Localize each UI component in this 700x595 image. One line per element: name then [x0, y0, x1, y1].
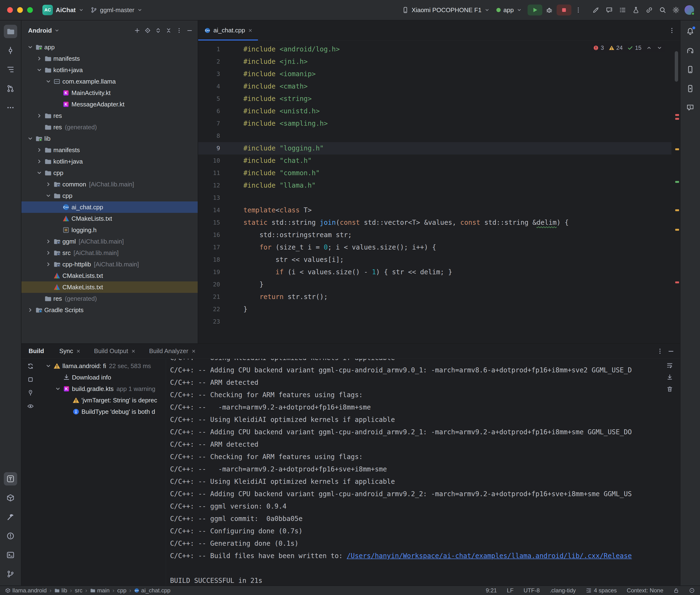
code-line-6[interactable]: 6#include <unistd.h> — [198, 105, 671, 117]
code-line-16[interactable]: 16 std::ostringstream str; — [198, 229, 671, 241]
expand-all-button[interactable] — [153, 26, 163, 35]
code-line-11[interactable]: 11#include "common.h" — [198, 167, 671, 179]
tree-item-logging-h[interactable]: Hlogging.h — [22, 224, 198, 236]
editor-tab-ai-chat-cpp[interactable]: C++ ai_chat.cpp — [198, 21, 258, 40]
device-manager-tool-button[interactable] — [683, 63, 697, 76]
tree-item-lib[interactable]: lib — [22, 133, 198, 144]
tree-item-src[interactable]: src[AiChat.lib.main] — [22, 247, 198, 259]
console-file-link[interactable]: /Users/hanyin/Workspace/ai-chat/examples… — [347, 552, 632, 560]
ai-context[interactable]: Context: None — [627, 587, 663, 594]
tree-item-build-gradle-kts[interactable]: Kbuild.gradle.ktsapp 1 warning — [39, 383, 166, 395]
tree-item-res[interactable]: res — [22, 110, 198, 121]
code-line-19[interactable]: 19 if (i < values.size() - 1) { str << d… — [198, 266, 671, 278]
tree-item-jvmtarget-string-is-deprec[interactable]: 'jvmTarget: String' is deprec — [39, 395, 166, 406]
stop-sync-button[interactable] — [26, 374, 35, 385]
scroll-to-end-button[interactable] — [665, 373, 674, 382]
code-line-5[interactable]: 5#include <string> — [198, 93, 671, 105]
build-tool-button[interactable] — [4, 472, 17, 485]
code-line-8[interactable]: 8 — [198, 130, 671, 142]
warning-stripe-mark[interactable] — [675, 229, 679, 231]
warning-stripe-mark[interactable] — [675, 148, 679, 150]
pin-tab-button[interactable] — [26, 388, 35, 398]
tree-item-llama-android-fi[interactable]: llama.android: fi22 sec, 583 ms — [39, 360, 166, 372]
code-line-15[interactable]: 15static std::string join(const std::vec… — [198, 217, 671, 229]
next-issue-button[interactable] — [657, 45, 662, 51]
more-run-actions-button[interactable] — [573, 4, 584, 16]
editor-scrollbar[interactable] — [675, 51, 678, 82]
error-count[interactable]: 3 — [593, 45, 604, 51]
warning-stripe-mark[interactable] — [675, 209, 679, 211]
terminal-tool-button[interactable] — [4, 548, 17, 562]
vcs-branch-selector[interactable]: ggml-master — [87, 4, 146, 16]
ai-rewrite-button[interactable] — [590, 4, 601, 16]
debug-button[interactable] — [544, 4, 555, 16]
stop-button[interactable] — [557, 4, 571, 16]
profile-button[interactable] — [684, 4, 695, 16]
search-everywhere-button[interactable] — [657, 4, 668, 16]
notifications-button[interactable] — [683, 25, 697, 38]
view-options-button[interactable] — [26, 401, 35, 411]
code-line-12[interactable]: 12#include "llama.h" — [198, 179, 671, 192]
breadcrumb-cpp[interactable]: cpp — [117, 587, 127, 594]
passed-count[interactable]: 15 — [627, 45, 641, 51]
gradle-tool-button[interactable] — [683, 44, 697, 57]
tree-item-messageadapter-kt[interactable]: KMessageAdapter.kt — [22, 98, 198, 110]
breadcrumb-llama-android[interactable]: llama.android — [5, 587, 47, 594]
code-line-18[interactable]: 18 str << values[i]; — [198, 254, 671, 266]
ide-indicator-icon[interactable] — [689, 588, 695, 593]
build-console[interactable]: C/C++: -- Using KleidiAI optimized kerne… — [166, 359, 680, 586]
tree-item-gradle-scripts[interactable]: Gradle Scripts — [22, 304, 198, 316]
code-line-13[interactable]: 13 — [198, 192, 671, 204]
tree-item-common[interactable]: common[AiChat.lib.main] — [22, 178, 198, 190]
inspections-widget[interactable]: 3 24 15 — [591, 44, 665, 52]
locate-open-file-button[interactable] — [143, 26, 152, 35]
line-separator[interactable]: LF — [507, 587, 513, 594]
close-window-button[interactable] — [7, 7, 13, 13]
hide-panel-button[interactable] — [185, 26, 194, 35]
project-selector[interactable]: AC AiChat — [39, 3, 87, 17]
code-line-9[interactable]: 9#include "logging.h" — [198, 142, 671, 154]
panel-options-button[interactable] — [174, 26, 184, 35]
gemini-chat-button[interactable] — [604, 4, 615, 16]
project-view-selector[interactable]: Android — [28, 27, 52, 34]
code-line-23[interactable]: 23 — [198, 315, 671, 328]
code-line-22[interactable]: 22} — [198, 303, 671, 315]
tree-item-app[interactable]: app — [22, 41, 198, 53]
tree-item-manifests[interactable]: manifests — [22, 53, 198, 64]
code-line-17[interactable]: 17 for (size_t i = 0; i < values.size();… — [198, 241, 671, 254]
tree-item-cmakelists-txt[interactable]: CMakeLists.txt — [22, 281, 198, 293]
clang-tidy-indicator[interactable]: .clang-tidy — [550, 587, 576, 594]
close-tab-button[interactable] — [248, 28, 253, 33]
zoom-window-button[interactable] — [27, 7, 33, 13]
editor-tab-options-button[interactable] — [669, 27, 675, 34]
tree-item-cpp[interactable]: cpp — [22, 190, 198, 201]
tree-item-ggml[interactable]: ggml[AiChat.lib.main] — [22, 236, 198, 247]
hide-build-panel-button[interactable] — [668, 348, 674, 355]
tree-item-res[interactable]: res(generated) — [22, 121, 198, 133]
breadcrumb-src[interactable]: src — [75, 587, 82, 594]
tree-item-kotlin-java[interactable]: kotlin+java — [22, 64, 198, 76]
breadcrumb-ai-chat-cpp[interactable]: C++ai_chat.cpp — [134, 587, 171, 594]
problems-tool-button[interactable] — [4, 529, 17, 543]
rerun-sync-button[interactable] — [26, 361, 35, 371]
build-tab-sync[interactable]: Sync — [59, 347, 81, 355]
device-selector[interactable]: Xiaomi POCOPHONE F1 — [399, 4, 493, 16]
run-configuration-selector[interactable]: app — [493, 4, 525, 16]
device-link-button[interactable] — [644, 4, 655, 16]
previous-issue-button[interactable] — [646, 45, 652, 51]
collapse-all-button[interactable] — [164, 26, 173, 35]
build-panel-title[interactable]: Build — [29, 347, 44, 355]
tree-item-com-example-llama[interactable]: com.example.llama — [22, 76, 198, 87]
info-stripe-mark[interactable] — [675, 181, 679, 183]
code-line-4[interactable]: 4#include <cmath> — [198, 80, 671, 93]
lock-icon[interactable] — [673, 588, 679, 593]
clear-all-button[interactable] — [665, 385, 674, 394]
code-line-3[interactable]: 3#include <iomanip> — [198, 68, 671, 80]
settings-button[interactable] — [670, 4, 681, 16]
dependencies-tool-button[interactable] — [4, 491, 17, 505]
tree-item-mainactivity-kt[interactable]: KMainActivity.kt — [22, 87, 198, 98]
running-devices-tool-button[interactable] — [683, 82, 697, 95]
tree-item-kotlin-java[interactable]: kotlin+java — [22, 156, 198, 167]
breadcrumb-main[interactable]: main — [90, 587, 110, 594]
project-view-chevron[interactable] — [54, 28, 60, 33]
